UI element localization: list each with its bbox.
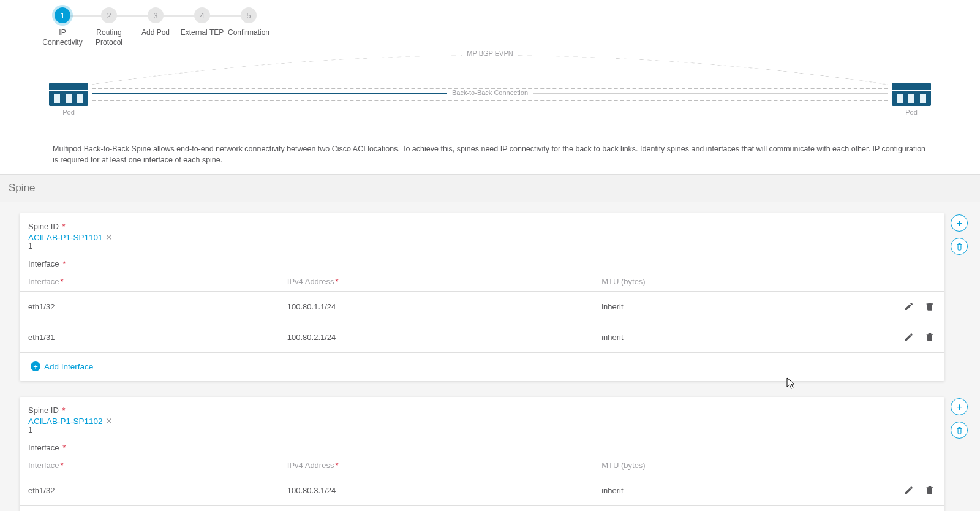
spine-list: Spine ID * ACILAB-P1-SP1101✕ 1 Interface… [0, 202, 980, 511]
table-row: eth1/31 100.80.4.1/24 inherit [20, 506, 944, 511]
cell-interface: eth1/31 [20, 506, 279, 511]
cell-ipv4: 100.80.3.1/24 [279, 475, 593, 506]
col-interface: Interface* [20, 272, 279, 292]
clear-spine-icon[interactable]: ✕ [105, 232, 113, 242]
step-routing-protocol[interactable]: 2 Routing Protocol [86, 7, 132, 47]
step-number: 3 [148, 7, 164, 23]
cell-mtu: inherit [593, 506, 888, 511]
col-mtu: MTU (bytes) [593, 272, 888, 292]
delete-row-icon[interactable] [924, 484, 936, 496]
add-spine-button[interactable] [951, 214, 968, 232]
description-text: Multipod Back-to-Back Spine allows end-t… [53, 143, 927, 165]
pod-right-label: Pod [892, 108, 931, 116]
cell-mtu: inherit [593, 292, 888, 322]
step-number: 2 [101, 7, 117, 23]
step-label: Add Pod [141, 28, 170, 38]
back-to-back-label: Back-to-Back Connection [447, 89, 533, 96]
spine-id-sub: 1 [28, 242, 936, 251]
table-row: eth1/31 100.80.2.1/24 inherit [20, 322, 944, 353]
delete-row-icon[interactable] [924, 331, 936, 343]
spine-id-value[interactable]: ACILAB-P1-SP1102✕ [28, 416, 113, 426]
cell-interface: eth1/31 [20, 322, 279, 353]
cell-ipv4: 100.80.2.1/24 [279, 322, 593, 353]
step-number: 5 [241, 7, 257, 23]
cell-mtu: inherit [593, 322, 888, 353]
edit-row-icon[interactable] [903, 300, 915, 312]
cell-interface: eth1/32 [20, 292, 279, 322]
add-spine-button[interactable] [951, 398, 968, 415]
edit-row-icon[interactable] [903, 331, 915, 343]
dashed-link-bottom [92, 100, 888, 101]
pod-right-icon: Pod [892, 83, 931, 116]
interface-section-label: Interface * [28, 443, 936, 452]
interface-section-label: Interface * [28, 259, 936, 268]
spine-section-title: Spine [0, 174, 980, 202]
cell-mtu: inherit [593, 475, 888, 506]
topology-diagram: Pod Pod MP BGP EVPN Back-to-Back Connect… [49, 51, 931, 140]
step-external-tep[interactable]: 4 External TEP [179, 7, 225, 38]
cell-ipv4: 100.80.1.1/24 [279, 292, 593, 322]
col-ipv4: IPv4 Address* [279, 272, 593, 292]
step-confirmation[interactable]: 5 Confirmation [225, 7, 272, 38]
spine-id-value[interactable]: ACILAB-P1-SP1101✕ [28, 232, 113, 242]
spine-card: Spine ID * ACILAB-P1-SP1101✕ 1 Interface… [20, 213, 944, 381]
col-ipv4: IPv4 Address* [279, 456, 593, 475]
table-row: eth1/32 100.80.3.1/24 inherit [20, 475, 944, 506]
interface-table: Interface* IPv4 Address* MTU (bytes) eth… [20, 456, 944, 511]
pod-left-icon: Pod [49, 83, 88, 116]
step-add-pod[interactable]: 3 Add Pod [132, 7, 179, 38]
delete-row-icon[interactable] [924, 300, 936, 312]
table-row: eth1/32 100.80.1.1/24 inherit [20, 292, 944, 322]
mp-bgp-evpn-label: MP BGP EVPN [462, 50, 518, 57]
step-ip-connectivity[interactable]: 1 IP Connectivity [39, 7, 86, 47]
cell-interface: eth1/32 [20, 475, 279, 506]
interface-table: Interface* IPv4 Address* MTU (bytes) eth… [20, 272, 944, 353]
cell-ipv4: 100.80.4.1/24 [279, 506, 593, 511]
col-mtu: MTU (bytes) [593, 456, 888, 475]
step-number: 4 [194, 7, 210, 23]
step-label: Routing Protocol [86, 28, 132, 47]
spine-id-sub: 1 [28, 426, 936, 434]
add-interface-button[interactable]: + Add Interface [31, 361, 93, 371]
delete-spine-button[interactable] [951, 238, 968, 255]
edit-row-icon[interactable] [903, 484, 915, 496]
step-label: IP Connectivity [39, 28, 86, 47]
step-number: 1 [55, 7, 70, 23]
spine-id-label: Spine ID * [28, 406, 936, 415]
step-label: External TEP [181, 28, 224, 38]
delete-spine-button[interactable] [951, 422, 968, 439]
col-interface: Interface* [20, 456, 279, 475]
plus-icon: + [31, 361, 40, 371]
wizard-stepper: 1 IP Connectivity 2 Routing Protocol 3 A… [0, 0, 980, 47]
step-label: Confirmation [228, 28, 270, 38]
clear-spine-icon[interactable]: ✕ [105, 416, 113, 426]
spine-card: Spine ID * ACILAB-P1-SP1102✕ 1 Interface… [20, 397, 944, 511]
spine-id-label: Spine ID * [28, 222, 936, 231]
pod-left-label: Pod [49, 108, 88, 116]
